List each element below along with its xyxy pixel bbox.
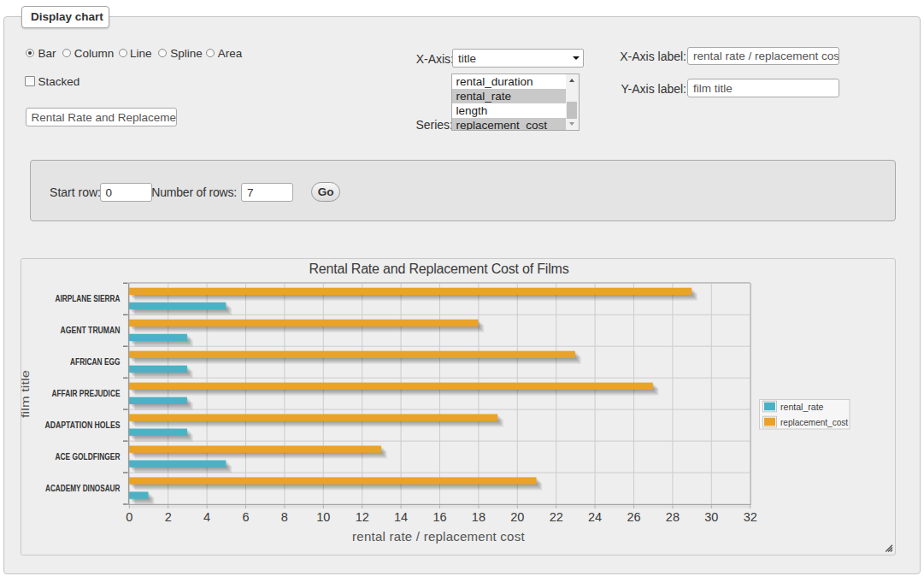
svg-text:30: 30 <box>704 510 718 524</box>
svg-text:Rental Rate and Replacement Co: Rental Rate and Replacement Cost of Film… <box>309 262 569 276</box>
svg-text:0: 0 <box>126 510 132 524</box>
svg-text:14: 14 <box>394 510 408 524</box>
svg-text:film title: film title <box>19 370 32 418</box>
svg-text:4: 4 <box>203 510 210 524</box>
svg-text:2: 2 <box>165 510 172 524</box>
svg-text:20: 20 <box>510 510 524 524</box>
svg-text:28: 28 <box>666 510 680 524</box>
svg-text:AFFAIR PREJUDICE: AFFAIR PREJUDICE <box>52 389 121 398</box>
svg-text:ACADEMY DINOSAUR: ACADEMY DINOSAUR <box>45 484 121 493</box>
svg-text:replacement_cost: replacement_cost <box>780 417 848 427</box>
svg-text:6: 6 <box>242 510 249 524</box>
svg-text:ADAPTATION HOLES: ADAPTATION HOLES <box>45 420 121 430</box>
svg-text:10: 10 <box>316 510 330 524</box>
svg-text:ACE GOLDFINGER: ACE GOLDFINGER <box>56 452 121 461</box>
svg-text:32: 32 <box>744 510 757 524</box>
svg-text:8: 8 <box>281 510 288 524</box>
svg-text:26: 26 <box>627 510 640 524</box>
svg-text:22: 22 <box>550 510 563 524</box>
svg-text:12: 12 <box>356 510 369 524</box>
svg-text:AFRICAN EGG: AFRICAN EGG <box>70 357 121 367</box>
svg-text:rental_rate: rental_rate <box>780 402 824 412</box>
svg-text:AGENT TRUMAN: AGENT TRUMAN <box>61 326 121 335</box>
svg-text:rental rate / replacement cost: rental rate / replacement cost <box>352 529 525 544</box>
svg-text:AIRPLANE SIERRA: AIRPLANE SIERRA <box>56 294 121 303</box>
svg-text:18: 18 <box>472 510 486 524</box>
svg-text:16: 16 <box>433 510 446 524</box>
svg-text:24: 24 <box>588 510 602 524</box>
